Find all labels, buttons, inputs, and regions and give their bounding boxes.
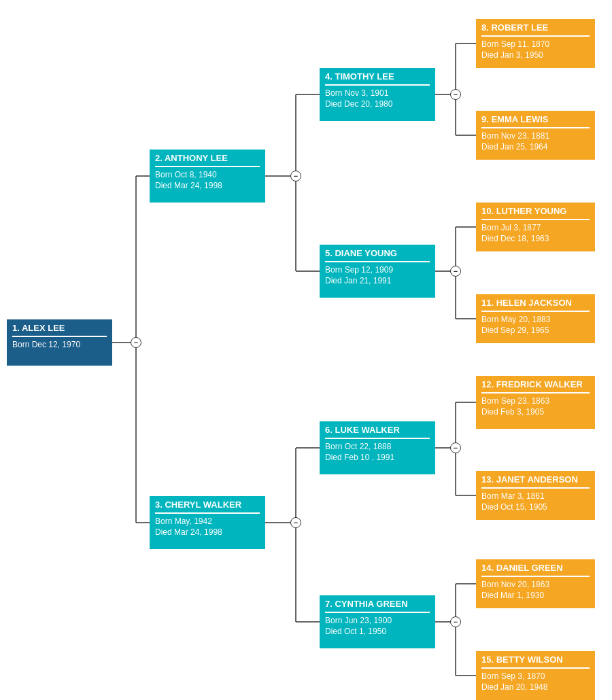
node-7-cynthia-green[interactable]: 7. CYNTHIA GREEN Born Jun 23, 1900Died O… bbox=[320, 595, 435, 648]
node-2-dates: Born Oct 8, 1940Died Mar 24, 1998 bbox=[150, 167, 265, 196]
node-12-fredrick-walker[interactable]: 12. FREDRICK WALKER Born Sep 23, 1863Die… bbox=[476, 376, 595, 429]
collapse-icon-4[interactable]: − bbox=[450, 89, 461, 100]
node-9-emma-lewis[interactable]: 9. EMMA LEWIS Born Nov 23, 1881Died Jan … bbox=[476, 111, 595, 160]
node-4-timothy-lee[interactable]: 4. TIMOTHY LEE Born Nov 3, 1901Died Dec … bbox=[320, 68, 435, 121]
node-12-name: 12. FREDRICK WALKER bbox=[476, 376, 595, 392]
node-5-diane-young[interactable]: 5. DIANE YOUNG Born Sep 12, 1909Died Jan… bbox=[320, 245, 435, 298]
node-8-dates: Born Sep 11, 1870Died Jan 3, 1950 bbox=[476, 37, 595, 65]
collapse-icon-3[interactable]: − bbox=[290, 517, 301, 528]
node-12-dates: Born Sep 23, 1863Died Feb 3, 1905 bbox=[476, 393, 595, 422]
node-14-name: 14. DANIEL GREEN bbox=[476, 559, 595, 576]
node-5-dates: Born Sep 12, 1909Died Jan 21, 1991 bbox=[320, 262, 435, 291]
node-7-dates: Born Jun 23, 1900Died Oct 1, 1950 bbox=[320, 613, 435, 642]
node-5-name: 5. DIANE YOUNG bbox=[320, 245, 435, 261]
node-10-dates: Born Jul 3, 1877Died Dec 18, 1963 bbox=[476, 220, 595, 249]
node-13-janet-anderson[interactable]: 13. JANET ANDERSON Born Mar 3, 1861Died … bbox=[476, 471, 595, 520]
node-11-helen-jackson[interactable]: 11. HELEN JACKSON Born May 20, 1883Died … bbox=[476, 294, 595, 343]
node-9-name: 9. EMMA LEWIS bbox=[476, 111, 595, 127]
node-1-dates: Born Dec 12, 1970 bbox=[7, 337, 112, 354]
node-6-name: 6. LUKE WALKER bbox=[320, 421, 435, 438]
collapse-icon-6[interactable]: − bbox=[450, 442, 461, 453]
node-11-dates: Born May 20, 1883Died Sep 29, 1965 bbox=[476, 312, 595, 340]
node-7-name: 7. CYNTHIA GREEN bbox=[320, 595, 435, 612]
family-tree: − − − − − − − 1. ALEX LEE Born Dec 12, 1… bbox=[0, 0, 612, 700]
node-3-cheryl-walker[interactable]: 3. CHERYL WALKER Born May, 1942Died Mar … bbox=[150, 496, 265, 549]
node-10-luther-young[interactable]: 10. LUTHER YOUNG Born Jul 3, 1877Died De… bbox=[476, 203, 595, 251]
node-1-name: 1. ALEX LEE bbox=[7, 319, 112, 336]
node-14-daniel-green[interactable]: 14. DANIEL GREEN Born Nov 20, 1863Died M… bbox=[476, 559, 595, 608]
node-8-robert-lee[interactable]: 8. ROBERT LEE Born Sep 11, 1870Died Jan … bbox=[476, 19, 595, 68]
node-10-name: 10. LUTHER YOUNG bbox=[476, 203, 595, 219]
node-3-name: 3. CHERYL WALKER bbox=[150, 496, 265, 512]
node-13-name: 13. JANET ANDERSON bbox=[476, 471, 595, 487]
collapse-icon-5[interactable]: − bbox=[450, 266, 461, 277]
collapse-icon-7[interactable]: − bbox=[450, 616, 461, 627]
node-9-dates: Born Nov 23, 1881Died Jan 25, 1964 bbox=[476, 128, 595, 157]
node-3-dates: Born May, 1942Died Mar 24, 1998 bbox=[150, 514, 265, 542]
node-13-dates: Born Mar 3, 1861Died Oct 15, 1905 bbox=[476, 489, 595, 517]
node-6-dates: Born Oct 22, 1888Died Feb 10 , 1991 bbox=[320, 439, 435, 468]
node-2-name: 2. ANTHONY LEE bbox=[150, 150, 265, 166]
collapse-icon-2[interactable]: − bbox=[290, 171, 301, 181]
node-15-betty-wilson[interactable]: 15. BETTY WILSON Born Sep 3, 1870Died Ja… bbox=[476, 651, 595, 700]
node-4-dates: Born Nov 3, 1901Died Dec 20, 1980 bbox=[320, 86, 435, 114]
collapse-icon-1[interactable]: − bbox=[131, 337, 141, 348]
node-14-dates: Born Nov 20, 1863Died Mar 1, 1930 bbox=[476, 577, 595, 606]
node-6-luke-walker[interactable]: 6. LUKE WALKER Born Oct 22, 1888Died Feb… bbox=[320, 421, 435, 474]
node-8-name: 8. ROBERT LEE bbox=[476, 19, 595, 35]
node-2-anthony-lee[interactable]: 2. ANTHONY LEE Born Oct 8, 1940Died Mar … bbox=[150, 150, 265, 203]
node-4-name: 4. TIMOTHY LEE bbox=[320, 68, 435, 84]
node-1-alex-lee[interactable]: 1. ALEX LEE Born Dec 12, 1970 bbox=[7, 319, 112, 366]
node-11-name: 11. HELEN JACKSON bbox=[476, 294, 595, 311]
node-15-dates: Born Sep 3, 1870Died Jan 20, 1948 bbox=[476, 669, 595, 697]
node-15-name: 15. BETTY WILSON bbox=[476, 651, 595, 667]
